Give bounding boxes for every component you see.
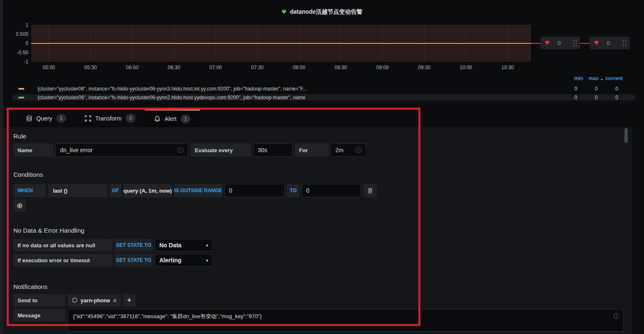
notification-channel-tag[interactable]: yarn-phone × bbox=[68, 294, 121, 306]
y-tick: -1 bbox=[0, 57, 28, 66]
threshold-line bbox=[580, 43, 590, 44]
range-from-value: 0 bbox=[229, 187, 280, 194]
transform-icon bbox=[85, 115, 91, 122]
reducer-function-chip[interactable]: last () bbox=[48, 184, 108, 197]
legend-current: 0 bbox=[598, 86, 618, 92]
add-notification-button[interactable]: + bbox=[123, 294, 136, 306]
for-input[interactable]: 2m i bbox=[331, 143, 366, 157]
range-to-value: 0 bbox=[306, 187, 357, 194]
x-tick: 10:00 bbox=[445, 65, 487, 70]
legend-max: 0 bbox=[577, 86, 598, 92]
plus-icon: + bbox=[127, 296, 131, 304]
legend-min: 0 bbox=[557, 95, 577, 100]
legend-sort-min[interactable]: min bbox=[566, 75, 583, 81]
series-label[interactable]: {cluster="yycluster06", instance="fs-hii… bbox=[38, 86, 307, 92]
tab-count-badge: 1 bbox=[181, 115, 191, 123]
tab-label: Alert bbox=[164, 116, 176, 122]
series-label[interactable]: {cluster="yycluster06", instance="fs-hii… bbox=[38, 95, 305, 100]
channel-icon bbox=[72, 297, 78, 303]
x-tick: 08:00 bbox=[278, 65, 320, 70]
error-state-select[interactable]: Alerting ▾ bbox=[155, 254, 213, 266]
range-from-input[interactable]: 0 bbox=[224, 184, 285, 197]
tab-label: Query bbox=[36, 115, 52, 122]
legend-row[interactable]: {cluster="yycluster06", instance="fs-hii… bbox=[13, 94, 635, 100]
execution-error-label: If execution error or timeout bbox=[13, 254, 113, 266]
series-color-dash bbox=[18, 97, 24, 98]
alert-threshold-handle-2[interactable]: 0 bbox=[590, 37, 630, 49]
when-chip[interactable]: WHEN bbox=[13, 184, 46, 197]
x-tick: 05:30 bbox=[70, 65, 111, 70]
set-state-to-chip: SET STATE TO bbox=[115, 239, 153, 251]
evaluator-chip[interactable]: IS OUTSIDE RANGE bbox=[174, 184, 222, 197]
evaluate-every-value: 30s bbox=[258, 147, 288, 153]
x-axis-labels: 05:00 05:30 06:00 06:30 07:00 07:30 08:0… bbox=[28, 65, 528, 70]
evaluate-every-label: Evaluate every bbox=[191, 143, 251, 157]
database-icon bbox=[26, 115, 33, 122]
heart-break-icon bbox=[541, 39, 554, 47]
panel-title: datanode活越节点变动告警 bbox=[0, 8, 644, 16]
panel-edit-tabs: Query 1 Transform 0 Alert 1 bbox=[17, 109, 200, 127]
legend-row[interactable]: {cluster="yycluster06", instance="fs-hii… bbox=[13, 85, 635, 93]
legend-values: 0 0 0 bbox=[557, 85, 618, 93]
tab-count-badge: 1 bbox=[56, 114, 66, 123]
selected-value: Alerting bbox=[159, 257, 206, 264]
error-handling-row: If execution error or timeout SET STATE … bbox=[13, 254, 632, 266]
scrollbar-thumb[interactable] bbox=[624, 128, 628, 143]
set-state-to-chip: SET STATE TO bbox=[115, 254, 153, 266]
x-tick: 07:00 bbox=[195, 65, 236, 70]
no-data-row: If no data or all values are null SET ST… bbox=[13, 239, 632, 251]
selected-value: No Data bbox=[159, 242, 206, 249]
message-textarea[interactable]: {"iid":"45496","sid":"367116","message":… bbox=[68, 309, 624, 331]
circle-plus-icon: ⊕ bbox=[17, 202, 23, 210]
tab-alert[interactable]: Alert 1 bbox=[145, 109, 200, 127]
alert-form-panel: Rule Name dn_live error i Evaluate every… bbox=[3, 127, 632, 334]
tab-label: Transform bbox=[95, 115, 121, 122]
message-row: Message {"iid":"45496","sid":"367116","m… bbox=[13, 309, 632, 331]
threshold-value: 0 bbox=[603, 40, 623, 46]
to-chip[interactable]: TO bbox=[287, 184, 299, 197]
timeseries-plot[interactable] bbox=[31, 25, 531, 62]
legend-values: 0 0 0 bbox=[557, 94, 618, 100]
green-heart-icon bbox=[282, 10, 287, 14]
drag-handle-icon[interactable] bbox=[573, 40, 577, 46]
x-tick: 07:30 bbox=[236, 65, 278, 70]
series-line-zero bbox=[31, 43, 531, 44]
legend-max: 0 bbox=[577, 95, 598, 100]
drag-handle-icon[interactable] bbox=[623, 40, 626, 46]
add-condition-button[interactable]: ⊕ bbox=[13, 199, 26, 212]
channel-name: yarn-phone bbox=[80, 297, 110, 304]
heart-break-icon bbox=[590, 39, 603, 47]
of-chip[interactable]: OF bbox=[110, 184, 121, 197]
for-value: 2m bbox=[335, 147, 356, 153]
legend-sort-max[interactable]: max ⌄ bbox=[583, 75, 604, 81]
delete-condition-button[interactable] bbox=[363, 184, 377, 197]
conditions-heading: Conditions bbox=[13, 171, 632, 178]
tab-query[interactable]: Query 1 bbox=[17, 109, 75, 127]
grafana-panel-edit-screen: datanode活越节点变动告警 1 0.500 0 -0.50 -1 05:0… bbox=[0, 0, 644, 334]
y-tick: 0.500 bbox=[0, 30, 28, 39]
tab-transform[interactable]: Transform 0 bbox=[75, 109, 145, 127]
x-tick: 10:30 bbox=[487, 65, 528, 70]
close-icon[interactable]: × bbox=[113, 297, 117, 304]
for-label: For bbox=[295, 143, 329, 157]
rule-name-input[interactable]: dn_live error i bbox=[55, 143, 188, 157]
trash-icon bbox=[367, 188, 373, 194]
evaluate-every-input[interactable]: 30s bbox=[253, 143, 293, 157]
no-data-label: If no data or all values are null bbox=[13, 239, 113, 251]
y-tick: 1 bbox=[0, 20, 28, 30]
legend-sort-current[interactable]: current bbox=[604, 75, 623, 81]
legend-header: min max ⌄ current bbox=[566, 75, 623, 81]
alert-threshold-handle-1[interactable]: 0 bbox=[541, 37, 580, 49]
no-data-state-select[interactable]: No Data ▾ bbox=[155, 239, 213, 251]
notifications-heading: Notifications bbox=[13, 283, 632, 290]
info-icon: i bbox=[356, 147, 362, 153]
info-icon: i bbox=[178, 147, 184, 153]
range-to-input[interactable]: 0 bbox=[302, 184, 361, 197]
rule-heading: Rule bbox=[13, 133, 632, 140]
rule-name-value: dn_live error bbox=[60, 147, 178, 153]
x-tick: 06:30 bbox=[153, 65, 195, 70]
name-label: Name bbox=[13, 143, 53, 157]
query-params-chip[interactable]: query (A, 1m, now) bbox=[123, 184, 172, 197]
chevron-down-icon: ▾ bbox=[206, 243, 208, 248]
y-tick: -0.50 bbox=[0, 48, 28, 57]
